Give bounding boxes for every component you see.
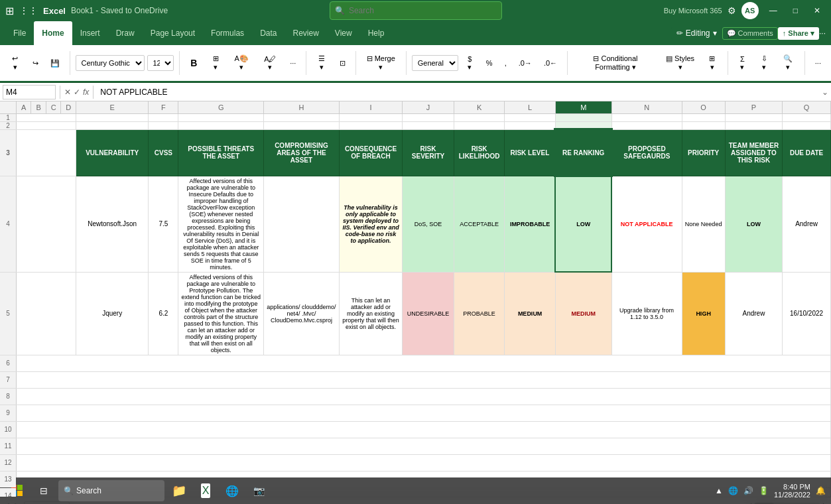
cell-a2[interactable]: [16, 121, 76, 129]
col-header-c[interactable]: C: [46, 101, 61, 113]
cell-p2[interactable]: [725, 121, 782, 129]
align-button[interactable]: ☰ ▾: [312, 52, 332, 74]
cell-priority-1[interactable]: None Needed: [682, 176, 725, 272]
empty-row-10[interactable]: [16, 421, 830, 438]
confirm-icon[interactable]: ✓: [74, 88, 80, 97]
taskbar-camera[interactable]: 📷: [247, 479, 271, 503]
formula-input[interactable]: [97, 86, 819, 98]
cell-k2[interactable]: [454, 121, 505, 129]
empty-row-12[interactable]: [16, 454, 830, 471]
cell-k1[interactable]: [454, 113, 505, 121]
tab-view[interactable]: View: [327, 21, 360, 45]
col-header-i[interactable]: I: [339, 101, 403, 113]
col-header-j[interactable]: J: [403, 101, 454, 113]
tab-home[interactable]: Home: [34, 21, 72, 45]
cell-team-2[interactable]: Andrew: [725, 272, 782, 355]
decimal-increase-button[interactable]: .0→: [514, 57, 537, 69]
notification-icon[interactable]: 🔔: [816, 486, 826, 495]
conditional-formatting-button[interactable]: ⊟ Conditional Formatting ▾: [573, 52, 658, 74]
expand-icon[interactable]: ⌄: [822, 88, 828, 97]
cell-q2[interactable]: [783, 121, 831, 129]
cell-consequence-2[interactable]: This can let an attacker add or modify a…: [339, 272, 403, 355]
sum-button[interactable]: Σ ▾: [734, 53, 752, 74]
cell-a1[interactable]: [16, 113, 76, 121]
cell-severity-2[interactable]: UNDESIRABLE: [403, 272, 454, 355]
cell-i1[interactable]: [339, 113, 403, 121]
cell-vulnerability-1[interactable]: Newtonsoft.Json: [76, 176, 149, 272]
cell-reranking-1[interactable]: LOW: [555, 176, 611, 272]
cell-severity-1[interactable]: DoS, SOE: [403, 176, 454, 272]
cell-j1[interactable]: [403, 113, 454, 121]
currency-button[interactable]: $ ▾: [461, 53, 479, 74]
find-button[interactable]: 🔍 ▾: [777, 52, 799, 74]
font-size-select[interactable]: 12: [147, 55, 174, 71]
app-grid-icon[interactable]: ⋮⋮: [19, 5, 38, 16]
merge-button[interactable]: ⊟ Merge ▾: [361, 52, 401, 74]
cell-p1[interactable]: [725, 113, 782, 121]
cell-m1[interactable]: [555, 113, 611, 121]
task-view-btn[interactable]: ⊟: [32, 479, 56, 503]
cell-reference-input[interactable]: [3, 85, 56, 99]
cell-reranking-2[interactable]: MEDIUM: [555, 272, 611, 355]
col-header-h[interactable]: H: [264, 101, 340, 113]
cell-f2[interactable]: [149, 121, 178, 129]
cell-n2[interactable]: [611, 121, 682, 129]
minimize-btn[interactable]: —: [764, 3, 783, 18]
search-input[interactable]: [330, 1, 502, 20]
col-header-m[interactable]: M: [555, 101, 611, 113]
empty-row-6[interactable]: [16, 355, 830, 371]
scroll-area[interactable]: A B C D E F G H I J K L M N O P Q: [0, 101, 831, 497]
user-avatar[interactable]: AS: [741, 2, 759, 19]
number-format-select[interactable]: General: [412, 55, 458, 71]
buy-microsoft-label[interactable]: Buy Microsoft 365: [664, 7, 722, 15]
clock[interactable]: 8:40 PM 11/28/2022: [774, 483, 810, 499]
taskbar-file-explorer[interactable]: 📁: [167, 479, 191, 503]
cell-due-2[interactable]: 16/10/2022: [783, 272, 831, 355]
col-header-n[interactable]: N: [611, 101, 682, 113]
col-header-f[interactable]: F: [149, 101, 178, 113]
share-button[interactable]: ↑ Share ▾: [778, 27, 819, 40]
cell-n1[interactable]: [611, 113, 682, 121]
cell-e1[interactable]: [76, 113, 149, 121]
empty-row-8[interactable]: [16, 388, 830, 405]
maximize-btn[interactable]: □: [788, 3, 803, 18]
cancel-icon[interactable]: ✕: [64, 88, 71, 97]
network-icon[interactable]: 🌐: [728, 486, 738, 495]
tab-review[interactable]: Review: [285, 21, 326, 45]
cell-priority-2[interactable]: HIGH: [682, 272, 725, 355]
tab-page-layout[interactable]: Page Layout: [143, 21, 203, 45]
cell-likelihood-1[interactable]: ACCEPTABLE: [454, 176, 505, 272]
cell-level-1[interactable]: IMPROBABLE: [505, 176, 555, 272]
cell-o1[interactable]: [682, 113, 725, 121]
empty-row-7[interactable]: [16, 371, 830, 388]
volume-icon[interactable]: 🔊: [743, 486, 753, 495]
cell-consequence-1[interactable]: The vulnerability is only applicable to …: [339, 176, 403, 272]
empty-row-11[interactable]: [16, 438, 830, 454]
cell-cvss-1[interactable]: 7.5: [149, 176, 178, 272]
cell-threats-2[interactable]: Affected versions of this package are vu…: [178, 272, 264, 355]
cell-cvss-2[interactable]: 6.2: [149, 272, 178, 355]
cell-pre-e4[interactable]: [16, 176, 76, 272]
col-header-p[interactable]: P: [725, 101, 782, 113]
col-header-d[interactable]: D: [61, 101, 76, 113]
font-color-button[interactable]: A🎨 ▾: [228, 52, 255, 74]
tab-data[interactable]: Data: [252, 21, 285, 45]
cell-team-1[interactable]: LOW: [725, 176, 782, 272]
bold-button[interactable]: B: [184, 56, 203, 70]
cell-compromising-1[interactable]: [264, 176, 340, 272]
tab-formulas[interactable]: Formulas: [203, 21, 252, 45]
cell-vulnerability-2[interactable]: Jquery: [76, 272, 149, 355]
settings-icon[interactable]: ⚙: [728, 5, 736, 16]
table-button[interactable]: ⊞ ▾: [702, 52, 722, 74]
save-button[interactable]: 💾: [46, 57, 64, 70]
windows-icon[interactable]: ⊞: [5, 5, 14, 17]
cell-f1[interactable]: [149, 113, 178, 121]
cell-likelihood-2[interactable]: PROBABLE: [454, 272, 505, 355]
tab-draw[interactable]: Draw: [108, 21, 143, 45]
cell-safeguards-1[interactable]: NOT APPLICABLE: [611, 176, 682, 272]
col-header-q[interactable]: Q: [783, 101, 831, 113]
comma-button[interactable]: ,: [500, 57, 511, 69]
taskbar-search[interactable]: 🔍 Search: [58, 480, 164, 501]
cell-j2[interactable]: [403, 121, 454, 129]
col-header-o[interactable]: O: [682, 101, 725, 113]
